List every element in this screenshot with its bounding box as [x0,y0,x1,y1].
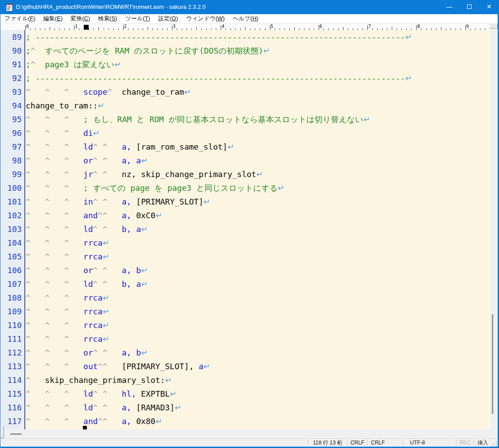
vertical-split-box[interactable] [489,23,498,29]
line-number: 111 [0,332,22,346]
code-text: ^ ^ ^ rrca↵ [26,236,109,250]
return-mark-icon: ↵ [405,73,412,83]
line-number: 99 [0,167,22,181]
code-text: ^ ^ ^ di↵ [26,126,100,140]
ruler-tick [25,25,26,30]
code-text: ^ ^ ^ ; もし、RAM と ROM が同じ基本スロットなら基本スロットは切… [26,112,370,126]
menu-item-F[interactable]: ファイル(F) [0,14,39,23]
maximize-button[interactable] [459,0,479,14]
return-mark-icon: ↵ [175,403,181,412]
ruler-tick [196,27,197,30]
code-line-115[interactable]: 115^ ^ ^ ld^ ^ hl, EXPTBL↵ [0,387,489,401]
menu-item-C[interactable]: 変換(C) [66,14,94,23]
return-mark-icon: ↵ [102,252,109,261]
horizontal-scrollbar[interactable] [4,429,489,438]
status-cell-2: CRLF [367,439,403,447]
ruler-tick [98,27,99,30]
return-mark-icon: ↵ [141,266,148,275]
ruler-tick [172,25,172,30]
title-bar[interactable]: D:\github\HRA_product\RomWriter\ROMWRT\r… [0,0,499,14]
ruler-number: 1 [75,24,78,29]
ruler-tick [465,25,466,30]
code-line-106[interactable]: 106^ ^ ^ or^ ^ a, b↵ [0,263,489,277]
code-line-113[interactable]: 113^ ^ ^ out^^ [PRIMARY_SLOT], a↵ [0,359,489,373]
vertical-scrollbar[interactable] [489,29,498,429]
line-number: 109 [0,305,22,318]
return-mark-icon: ↵ [203,197,210,206]
menu-item-W[interactable]: ウィンドウ(W) [182,14,229,23]
code-line-91[interactable]: 91;^ page3 は変えない↵ [0,58,489,71]
code-text: ;^ すべてのページを RAM のスロットに戻す(DOSの初期状態)↵ [26,44,270,58]
line-number: 107 [0,277,22,291]
code-text: ^ ^ ^ rrca↵ [26,291,109,305]
code-line-105[interactable]: 105^ ^ ^ rrca↵ [0,250,489,263]
horizontal-split-box[interactable] [0,426,4,438]
code-text: ^ ^ ^ rrca↵ [26,318,109,332]
code-text: ^ ^ ^ ld^ ^ b, a↵ [26,222,148,236]
line-number: 92 [0,71,22,85]
menu-item-S[interactable]: 検索(S) [94,14,121,23]
menu-bar: ファイル(F)編集(E)変換(C)検索(S)ツール(T)設定(O)ウィンドウ(W… [0,14,498,23]
code-line-98[interactable]: 98^ ^ ^ or^ ^ a, a↵ [0,154,489,167]
code-line-100[interactable]: 100^ ^ ^ ; すべての page を page3 と同じスロットにする↵ [0,181,489,195]
code-line-89[interactable]: 89; ------------------------------------… [0,30,489,44]
menu-item-O[interactable]: 設定(O) [154,14,182,23]
code-line-101[interactable]: 101^ ^ ^ in^ ^ a, [PRIMARY_SLOT]↵ [0,195,489,209]
menu-item-E[interactable]: 編集(E) [39,14,66,23]
resize-grip[interactable] [491,441,497,447]
vertical-scrollbar-thumb[interactable] [492,314,493,414]
horizontal-scrollbar-thumb[interactable] [10,433,22,435]
code-line-102[interactable]: 102^ ^ ^ and^^ a, 0xC0↵ [0,209,489,222]
code-text: ^ ^ ^ ; すべての page を page3 と同じスロットにする↵ [26,181,285,195]
status-cell-5: 挿入 [474,439,491,447]
code-text: ^ ^ ^ and^^ a, 0xC0↵ [26,209,162,222]
return-mark-icon: ↵ [102,334,109,344]
line-number: 98 [0,154,22,167]
code-text: ^ ^ ^ and^^ a, 0x80↵ [26,414,162,428]
code-line-117[interactable]: 117^ ^ ^ and^^ a, 0x80↵ [0,414,489,428]
status-cell-0: 118 行 13 桁 [308,439,347,447]
code-line-107[interactable]: 107^ ^ ^ ld^ ^ b, a↵ [0,277,489,291]
code-line-97[interactable]: 97^ ^ ^ ld^ ^ a, [ram_rom_same_slot]↵ [0,140,489,154]
text-editor-area[interactable]: 89; ------------------------------------… [0,30,489,429]
code-line-103[interactable]: 103^ ^ ^ ld^ ^ b, a↵ [0,222,489,236]
status-separator [403,440,403,446]
code-text: ^ ^ ^ or^ ^ a, a↵ [26,154,148,167]
return-mark-icon: ↵ [263,46,270,55]
menu-item-T[interactable]: ツール(T) [121,14,154,23]
code-line-104[interactable]: 104^ ^ ^ rrca↵ [0,236,489,250]
code-line-109[interactable]: 109^ ^ ^ rrca↵ [0,305,489,318]
ruler-tick [416,25,417,30]
code-line-114[interactable]: 114^ skip_change_primary_slot:↵ [0,373,489,387]
status-cell-3: UTF-8 [403,439,456,447]
code-line-111[interactable]: 111^ ^ ^ rrca↵ [0,332,489,346]
line-number: 93 [0,85,22,99]
line-number: 112 [0,346,22,359]
code-line-90[interactable]: 90;^ すべてのページを RAM のスロットに戻す(DOSの初期状態)↵ [0,44,489,58]
code-line-110[interactable]: 110^ ^ ^ rrca↵ [0,318,489,332]
line-number: 94 [0,99,22,112]
status-bar: 118 行 13 桁CRLFCRLFUTF-8REC挿入 [0,438,498,447]
code-line-108[interactable]: 108^ ^ ^ rrca↵ [0,291,489,305]
ruler-tick [123,25,124,30]
return-mark-icon: ↵ [141,279,148,289]
menu-item-H[interactable]: ヘルプ(H) [229,14,262,23]
return-mark-icon: ↵ [184,87,191,97]
code-line-95[interactable]: 95^ ^ ^ ; もし、RAM と ROM が同じ基本スロットなら基本スロット… [0,112,489,126]
code-line-112[interactable]: 112^ ^ ^ or^ ^ a, b↵ [0,346,489,359]
close-button[interactable]: ✕ [479,0,499,14]
code-line-94[interactable]: 94change_to_ram::↵ [0,99,489,112]
code-text: ^ ^ ^ or^ ^ a, b↵ [26,263,148,277]
minimize-button[interactable]: — [439,0,459,14]
code-line-96[interactable]: 96^ ^ ^ di↵ [0,126,489,140]
status-separator [474,440,474,446]
code-line-93[interactable]: 93^ ^ ^ scope^ change_to_ram↵ [0,85,489,99]
code-line-116[interactable]: 116^ ^ ^ ld^ ^ a, [RAMAD3]↵ [0,401,489,414]
code-line-99[interactable]: 99^ ^ ^ jr^ ^ nz, skip_change_primary_sl… [0,167,489,181]
code-text: ^ ^ ^ ld^ ^ a, [RAMAD3]↵ [26,401,181,414]
line-number: 89 [0,30,22,44]
line-number: 106 [0,263,22,277]
return-mark-icon: ↵ [141,348,148,357]
return-mark-icon: ↵ [102,293,109,302]
code-line-92[interactable]: 92; ------------------------------------… [0,71,489,85]
